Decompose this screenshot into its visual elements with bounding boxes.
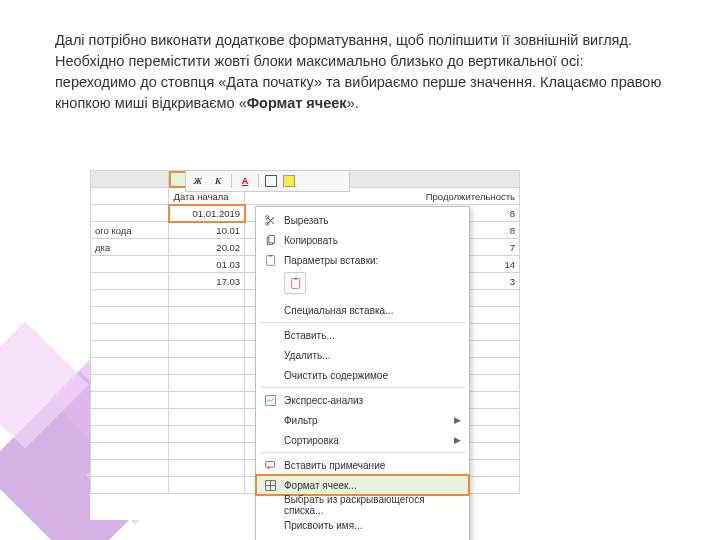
cell[interactable] xyxy=(169,290,245,307)
separator xyxy=(260,387,465,388)
blank-icon xyxy=(262,327,278,343)
clipboard-icon xyxy=(262,252,278,268)
chevron-right-icon: ▶ xyxy=(454,435,461,445)
cell[interactable] xyxy=(91,460,169,477)
menu-delete[interactable]: Удалить... xyxy=(256,345,469,365)
cell[interactable] xyxy=(169,341,245,358)
menu-copy[interactable]: Копировать xyxy=(256,230,469,250)
menu-label: Копировать xyxy=(284,235,461,246)
cell[interactable] xyxy=(91,205,169,222)
menu-sort[interactable]: Сортировка ▶ xyxy=(256,430,469,450)
menu-label: Вставить... xyxy=(284,330,461,341)
svg-rect-3 xyxy=(268,235,274,242)
cell[interactable] xyxy=(169,324,245,341)
svg-point-1 xyxy=(265,215,268,218)
menu-label: Удалить... xyxy=(284,350,461,361)
cell[interactable]: дка xyxy=(91,239,169,256)
cell[interactable] xyxy=(91,256,169,273)
menu-label: Вставить примечание xyxy=(284,460,461,471)
cell[interactable] xyxy=(169,477,245,494)
menu-label: Формат ячеек... xyxy=(284,480,461,491)
menu-define-name[interactable]: Присвоить имя... xyxy=(256,515,469,535)
separator xyxy=(231,174,232,188)
cell[interactable] xyxy=(169,375,245,392)
blank-icon xyxy=(262,497,278,513)
cell[interactable]: 01.03 xyxy=(169,256,245,273)
menu-cut[interactable]: Вырезать xyxy=(256,210,469,230)
cell[interactable] xyxy=(169,358,245,375)
menu-quick-analysis[interactable]: Экспресс-анализ xyxy=(256,390,469,410)
format-cells-icon xyxy=(262,477,278,493)
svg-rect-5 xyxy=(268,254,271,256)
menu-label: Сортировка xyxy=(284,435,448,446)
menu-insert-comment[interactable]: Вставить примечание xyxy=(256,455,469,475)
cell[interactable] xyxy=(91,188,169,205)
fill-color-button[interactable] xyxy=(283,175,295,187)
font-color-button[interactable]: A xyxy=(238,174,252,188)
row-header-spacer xyxy=(91,171,169,188)
italic-button[interactable]: К xyxy=(211,174,225,188)
mini-toolbar: Ж К A xyxy=(185,170,350,192)
menu-label: Фильтр xyxy=(284,415,448,426)
blank-icon xyxy=(262,302,278,318)
selected-cell-date[interactable]: 01.01.2019 xyxy=(169,205,245,222)
cell[interactable] xyxy=(169,392,245,409)
cell[interactable] xyxy=(169,443,245,460)
cell[interactable]: 20.02 xyxy=(169,239,245,256)
cell[interactable]: 17.03 xyxy=(169,273,245,290)
paste-options-row xyxy=(256,270,469,300)
cell[interactable] xyxy=(91,341,169,358)
cell[interactable] xyxy=(91,273,169,290)
blank-icon xyxy=(262,432,278,448)
cell[interactable] xyxy=(91,358,169,375)
cell[interactable] xyxy=(91,375,169,392)
separator xyxy=(260,322,465,323)
bold-button[interactable]: Ж xyxy=(191,174,205,188)
cell[interactable] xyxy=(91,290,169,307)
cell[interactable] xyxy=(169,307,245,324)
cell[interactable] xyxy=(169,409,245,426)
copy-icon xyxy=(262,232,278,248)
cell[interactable]: ого кода xyxy=(91,222,169,239)
cell[interactable] xyxy=(169,426,245,443)
menu-paste-special[interactable]: Специальная вставка... xyxy=(256,300,469,320)
cell[interactable] xyxy=(91,443,169,460)
menu-format-cells[interactable]: Формат ячеек... xyxy=(256,475,469,495)
cell[interactable] xyxy=(91,392,169,409)
blank-icon xyxy=(262,412,278,428)
menu-label: Вырезать xyxy=(284,215,461,226)
quick-analysis-icon xyxy=(262,392,278,408)
cell[interactable] xyxy=(169,460,245,477)
blank-icon xyxy=(262,367,278,383)
menu-label: Выбрать из раскрывающегося списка... xyxy=(284,494,461,516)
instruction-paragraph-1: Далі потрібно виконати додаткове формату… xyxy=(55,30,680,72)
cell[interactable] xyxy=(91,426,169,443)
menu-pick-from-dropdown[interactable]: Выбрать из раскрывающегося списка... xyxy=(256,495,469,515)
menu-label: Параметры вставки: xyxy=(284,255,461,266)
svg-rect-4 xyxy=(266,255,274,265)
chevron-right-icon: ▶ xyxy=(454,415,461,425)
blank-icon xyxy=(262,347,278,363)
svg-rect-7 xyxy=(293,277,296,279)
svg-rect-6 xyxy=(291,278,299,288)
menu-paste-options-header: Параметры вставки: xyxy=(256,250,469,270)
menu-filter[interactable]: Фильтр ▶ xyxy=(256,410,469,430)
context-menu: Вырезать Копировать Параметры вставки: С… xyxy=(255,206,470,540)
menu-insert[interactable]: Вставить... xyxy=(256,325,469,345)
svg-point-0 xyxy=(265,222,268,225)
menu-hyperlink[interactable]: Гиперссылка... xyxy=(256,535,469,540)
scissors-icon xyxy=(262,212,278,228)
cell[interactable] xyxy=(91,477,169,494)
border-button[interactable] xyxy=(265,175,277,187)
cell[interactable] xyxy=(91,409,169,426)
cell[interactable] xyxy=(91,307,169,324)
menu-label: Присвоить имя... xyxy=(284,520,461,531)
menu-clear-contents[interactable]: Очистить содержимое xyxy=(256,365,469,385)
excel-screenshot: B Дата начала Продолжительность 01.01.20… xyxy=(90,170,520,520)
separator xyxy=(258,174,259,188)
cell[interactable] xyxy=(91,324,169,341)
menu-label: Специальная вставка... xyxy=(284,305,461,316)
menu-label: Очистить содержимое xyxy=(284,370,461,381)
paste-option-button[interactable] xyxy=(284,272,306,294)
cell[interactable]: 10.01 xyxy=(169,222,245,239)
